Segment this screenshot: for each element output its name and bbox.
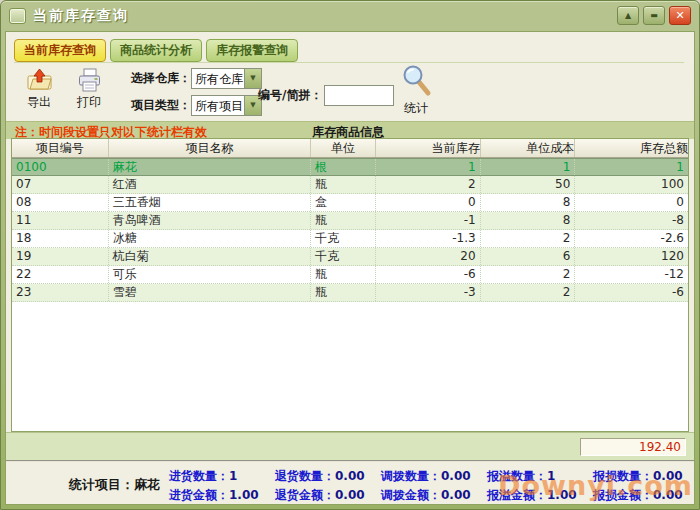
statistics-button[interactable]: 统计	[394, 64, 438, 117]
cell-stock: -1	[376, 212, 481, 229]
cell-unit: 千克	[311, 230, 376, 247]
table-row[interactable]: 0100麻花根111	[12, 158, 688, 176]
cell-cost: 2	[481, 284, 576, 301]
cell-stock: 2	[376, 176, 481, 193]
shade-icon: ▲	[625, 11, 631, 20]
stat-entry: 报溢数量：1	[487, 468, 555, 485]
cell-total: -12	[575, 266, 688, 283]
stat-value: 0.00	[335, 488, 365, 502]
stat-value: 0.00	[653, 469, 683, 483]
cell-unit: 瓶	[311, 266, 376, 283]
tab-stock-alert[interactable]: 库存报警查询	[206, 39, 298, 62]
stat-label: 退货数量：	[275, 469, 335, 483]
cell-cost: 2	[481, 230, 576, 247]
stat-value: 0.00	[653, 488, 683, 502]
stat-entry: 调拨数量：0.00	[381, 468, 471, 485]
stat-entry: 报损数量：0.00	[593, 468, 683, 485]
cell-name: 杭白菊	[109, 248, 311, 265]
stat-value: 1.00	[229, 488, 259, 502]
export-icon	[26, 67, 53, 93]
print-button[interactable]: 打印	[66, 67, 112, 111]
stat-value: 0.00	[335, 469, 365, 483]
table-row[interactable]: 22可乐瓶-62-12	[12, 266, 688, 284]
stat-entry: 退货金额：0.00	[275, 487, 365, 504]
cell-code: 23	[12, 284, 109, 301]
column-header-code[interactable]: 项目编号	[12, 139, 109, 157]
cell-code: 11	[12, 212, 109, 229]
cell-name: 三五香烟	[109, 194, 311, 211]
tab-current-inventory[interactable]: 当前库存查询	[14, 39, 106, 62]
statistics-panel: 统计项目：麻花 进货数量：1退货数量：0.00调拨数量：0.00报溢数量：1报损…	[6, 460, 694, 504]
cell-unit: 瓶	[311, 212, 376, 229]
cell-unit: 根	[311, 159, 376, 175]
table-row[interactable]: 18冰糖千克-1.32-2.6	[12, 230, 688, 248]
notice-bar: 注：时间段设置只对以下统计栏有效 库存商品信息	[6, 121, 694, 139]
total-value-box: 192.40	[580, 438, 686, 456]
stat-entry: 进货数量：1	[169, 468, 237, 485]
window-content: 当前库存查询 商品统计分析 库存报警查询 导出	[5, 31, 695, 505]
warehouse-label: 选择仓库：	[131, 70, 191, 87]
minimize-icon: ▬	[650, 11, 658, 20]
stat-entry: 报溢金额：1.00	[487, 487, 577, 504]
stat-label: 调拨金额：	[381, 488, 441, 502]
stat-entry: 进货金额：1.00	[169, 487, 259, 504]
shade-button[interactable]: ▲	[617, 6, 639, 25]
table-header: 项目编号 项目名称 单位 当前库存 单位成本 库存总额	[12, 139, 688, 158]
magnifier-icon	[400, 64, 432, 97]
minimize-button[interactable]: ▬	[643, 6, 665, 25]
table-row[interactable]: 07红酒瓶250100	[12, 176, 688, 194]
item-type-select[interactable]: 所有项目 ▼	[191, 95, 262, 116]
export-button[interactable]: 导出	[16, 67, 62, 111]
stat-label: 进货金额：	[169, 488, 229, 502]
column-header-stock[interactable]: 当前库存	[376, 139, 481, 157]
tab-product-statistics[interactable]: 商品统计分析	[110, 39, 202, 62]
cell-total: 120	[575, 248, 688, 265]
cell-stock: -1.3	[376, 230, 481, 247]
stat-item-value: 麻花	[134, 477, 160, 492]
stat-entry: 退货数量：0.00	[275, 468, 365, 485]
statistics-label: 统计	[404, 101, 428, 115]
table-row[interactable]: 23雪碧瓶-32-6	[12, 284, 688, 302]
cell-unit: 瓶	[311, 176, 376, 193]
close-button[interactable]: ✕	[669, 6, 691, 25]
window-icon	[9, 8, 26, 24]
cell-total: -2.6	[575, 230, 688, 247]
cell-code: 08	[12, 194, 109, 211]
cell-unit: 盒	[311, 194, 376, 211]
table-row[interactable]: 11青岛啤酒瓶-18-8	[12, 212, 688, 230]
warehouse-select[interactable]: 所有仓库 ▼	[191, 68, 262, 89]
table-row[interactable]: 08三五香烟盒080	[12, 194, 688, 212]
app-window: 当前库存查询 ▲ ▬ ✕ 当前库存查询 商品统计分析 库存报警查询 导出	[0, 0, 700, 510]
cell-code: 18	[12, 230, 109, 247]
stat-label: 报损数量：	[593, 469, 653, 483]
cell-cost: 1	[481, 159, 576, 175]
cell-code: 19	[12, 248, 109, 265]
inventory-table: 项目编号 项目名称 单位 当前库存 单位成本 库存总额 0100麻花根11107…	[11, 138, 689, 432]
stat-entry: 报损金额：0.00	[593, 487, 683, 504]
window-title: 当前库存查询	[33, 7, 129, 25]
cell-name: 麻花	[109, 159, 311, 175]
column-header-name[interactable]: 项目名称	[109, 139, 311, 157]
total-strip: 192.40	[6, 432, 694, 461]
cell-total: 100	[575, 176, 688, 193]
stat-label: 进货数量：	[169, 469, 229, 483]
cell-unit: 瓶	[311, 284, 376, 301]
window-controls: ▲ ▬ ✕	[617, 6, 691, 25]
title-bar: 当前库存查询 ▲ ▬ ✕	[1, 1, 699, 31]
stat-value: 1.00	[547, 488, 577, 502]
cell-stock: -3	[376, 284, 481, 301]
stat-item: 统计项目：麻花	[69, 476, 160, 494]
code-input[interactable]	[324, 85, 394, 106]
column-header-cost[interactable]: 单位成本	[481, 139, 576, 157]
print-label: 打印	[77, 95, 101, 109]
table-row[interactable]: 19杭白菊千克206120	[12, 248, 688, 266]
cell-stock: -6	[376, 266, 481, 283]
column-header-unit[interactable]: 单位	[311, 139, 376, 157]
column-header-total[interactable]: 库存总额	[575, 139, 688, 157]
item-type-value: 所有项目	[192, 96, 244, 115]
tab-bar: 当前库存查询 商品统计分析 库存报警查询	[14, 39, 684, 63]
stat-value: 1	[229, 469, 237, 483]
cell-total: -6	[575, 284, 688, 301]
cell-stock: 0	[376, 194, 481, 211]
table-body: 0100麻花根11107红酒瓶25010008三五香烟盒08011青岛啤酒瓶-1…	[12, 158, 688, 302]
